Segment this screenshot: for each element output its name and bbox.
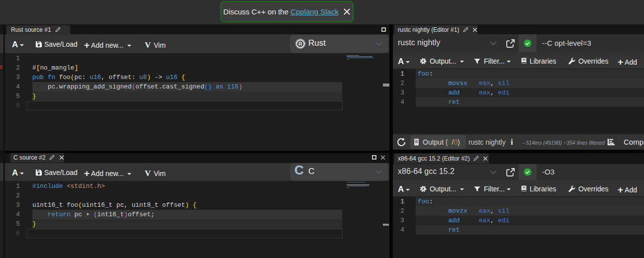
svg-text:R: R <box>298 41 302 47</box>
